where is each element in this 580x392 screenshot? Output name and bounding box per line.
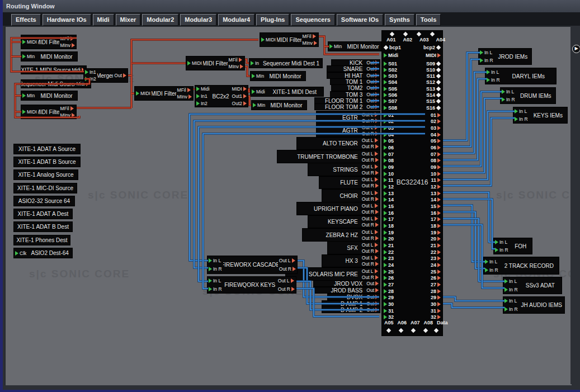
output-port[interactable]: Out L: [279, 258, 296, 263]
module-keyscape[interactable]: KEYSCAPEOut LOut R: [308, 215, 380, 228]
output-port[interactable]: Out L: [362, 151, 379, 157]
node-left-port-bcp1[interactable]: bcp1: [384, 44, 401, 50]
node-left-port-S07[interactable]: S07: [384, 98, 397, 105]
module-midi-filter-1[interactable]: MIDIMIDI FilterMFilMInv: [21, 35, 77, 49]
output-port[interactable]: Out L: [362, 242, 379, 248]
input-port[interactable]: MIn: [253, 102, 265, 108]
node-left-port-28[interactable]: 28: [384, 288, 394, 294]
node-right-port-02[interactable]: 02: [431, 119, 441, 125]
module-choir[interactable]: CHOIROut LOut R: [322, 189, 380, 202]
output-port[interactable]: Out: [366, 98, 379, 103]
input-port[interactable]: MIn: [22, 93, 35, 98]
module-jrod-iems[interactable]: In LIn RJROD IEMs: [478, 48, 532, 65]
node-left-port-29[interactable]: 29: [384, 295, 394, 301]
input-port[interactable]: In L: [504, 298, 518, 304]
output-port[interactable]: Out L: [362, 190, 379, 196]
module-xite-adat-b-source[interactable]: XITE-1 ADAT B Source: [13, 157, 81, 167]
input-port[interactable]: In R: [487, 77, 500, 83]
node-left-port-S05[interactable]: S05: [384, 86, 397, 92]
module-ssv3-adat[interactable]: In LIn RSSv3 ADAT: [503, 277, 562, 294]
node-right-port-S13[interactable]: S13: [426, 86, 441, 92]
module-d-amp-2[interactable]: D AMP 2Out: [322, 306, 380, 313]
node-left-port-S03[interactable]: S03: [384, 73, 397, 79]
node-right-port-24[interactable]: 24: [431, 262, 441, 268]
module-hx3[interactable]: HX 3Out LOut R: [322, 254, 380, 267]
output-port[interactable]: MInv: [60, 112, 75, 118]
tab-hardware-ios[interactable]: Hardware IOs: [43, 14, 91, 26]
module-strings[interactable]: STRINGSOut LOut R: [308, 163, 380, 176]
tab-software-ios[interactable]: Software IOs: [337, 14, 383, 26]
tab-sequencers[interactable]: Sequencers: [291, 14, 334, 26]
node-left-port-11[interactable]: 11: [384, 177, 394, 183]
node-left-port-25[interactable]: 25: [384, 268, 394, 275]
module-asio2-dest-64[interactable]: ClkASIO2 Dest-64: [13, 248, 73, 258]
module-xite-phones-dest[interactable]: XITE-1 Phones Dest: [13, 235, 70, 245]
node-left-port-14[interactable]: 14: [384, 197, 394, 203]
output-port[interactable]: Out R: [362, 144, 379, 149]
node-left-port-06[interactable]: 06: [384, 144, 394, 150]
node-left-port-31[interactable]: 31: [384, 308, 394, 314]
tab-midi[interactable]: Midi: [93, 14, 114, 26]
module-tom2[interactable]: TOM2Out: [331, 84, 380, 91]
module-xite-analog-source[interactable]: XITE-1 Analog Source: [13, 169, 78, 180]
node-left-port-17[interactable]: 17: [384, 216, 394, 223]
node-left-port-05[interactable]: 05: [384, 138, 394, 144]
input-port[interactable]: MIDI: [261, 37, 276, 42]
output-port[interactable]: Out: [366, 294, 379, 300]
input-port[interactable]: In R: [480, 58, 493, 63]
input-port[interactable]: In R: [495, 247, 508, 253]
module-solaris-mic-pre[interactable]: SOLARIS MIC PREOut LOut R: [285, 267, 380, 281]
input-port[interactable]: In1: [196, 93, 210, 99]
output-port[interactable]: Out R: [278, 286, 295, 292]
output-port[interactable]: MInv: [303, 40, 317, 46]
output-port[interactable]: MFil: [60, 36, 75, 41]
module-sequencer-midi-dest[interactable]: InSequencer Midi Dest 1: [249, 58, 323, 68]
node-right-port-26[interactable]: 26: [431, 275, 441, 281]
output-port[interactable]: Out R: [362, 183, 379, 188]
module-keys-iems[interactable]: In LIn RKEYS IEMs: [513, 107, 568, 124]
node-left-port-20[interactable]: 20: [384, 236, 394, 242]
node-left-port-08[interactable]: 08: [384, 158, 394, 164]
node-left-port-32[interactable]: 32: [384, 314, 394, 320]
output-port[interactable]: Out L: [362, 229, 379, 235]
output-port[interactable]: Out R: [362, 222, 379, 228]
tab-plug-ins[interactable]: Plug-Ins: [256, 14, 289, 26]
input-port[interactable]: MIn: [22, 54, 35, 59]
output-port[interactable]: Out: [366, 301, 379, 306]
node-right-port-21[interactable]: 21: [431, 242, 441, 248]
input-port[interactable]: In L: [485, 259, 498, 265]
input-port[interactable]: In2: [196, 101, 210, 106]
output-port[interactable]: MFil: [177, 87, 192, 93]
output-port[interactable]: MIDI: [232, 86, 247, 92]
input-port[interactable]: Midi: [252, 89, 265, 95]
module-asio2-32-source[interactable]: ASIO2-32 Source 64: [13, 196, 75, 206]
node-left-port-Midi[interactable]: Midi: [384, 52, 398, 58]
node-right-port-03[interactable]: 03: [431, 125, 441, 131]
node-right-port-27[interactable]: 27: [431, 281, 441, 287]
tab-modular4[interactable]: Modular4: [218, 14, 254, 26]
node-right-port-S11[interactable]: S11: [426, 73, 441, 79]
module-xite-adat-b-dest[interactable]: XITE-1 ADAT B Dest: [13, 221, 73, 232]
node-right-port-17[interactable]: 17: [431, 216, 441, 223]
module-midi-filter-4[interactable]: MIDIMIDI FilterMFilMInv: [186, 56, 245, 70]
node-right-port-S14[interactable]: S14: [426, 92, 441, 98]
node-left-port-01[interactable]: 01: [384, 112, 394, 118]
node-right-port-07[interactable]: 07: [431, 151, 441, 157]
node-right-port-S12[interactable]: S12: [426, 79, 441, 86]
module-drum-iems[interactable]: In LIn RDRUM IEMs: [500, 87, 556, 104]
module-fireworx-keys[interactable]: In LIn RFIREWQORX KEYSOut LOut R: [207, 276, 296, 294]
module-midi-filter-3[interactable]: MIDIMIDI FilterMFilMInv: [260, 32, 319, 47]
scrollbar-track[interactable]: ▶: [570, 26, 580, 384]
node-right-port-MIDI[interactable]: MIDI: [426, 52, 441, 58]
output-port[interactable]: MInv: [60, 42, 75, 48]
node-left-port-S04[interactable]: S04: [384, 79, 397, 86]
output-port[interactable]: Out R: [362, 170, 379, 176]
node-right-port-12[interactable]: 12: [431, 183, 441, 190]
output-port[interactable]: Out2: [232, 101, 247, 106]
node-right-port-04[interactable]: 04: [431, 131, 441, 138]
node-right-port-29[interactable]: 29: [431, 295, 441, 301]
tab-mixer[interactable]: Mixer: [116, 14, 141, 26]
node-left-port-09[interactable]: 09: [384, 164, 394, 170]
output-port[interactable]: Out: [366, 281, 379, 286]
output-port[interactable]: MInv: [229, 64, 243, 69]
